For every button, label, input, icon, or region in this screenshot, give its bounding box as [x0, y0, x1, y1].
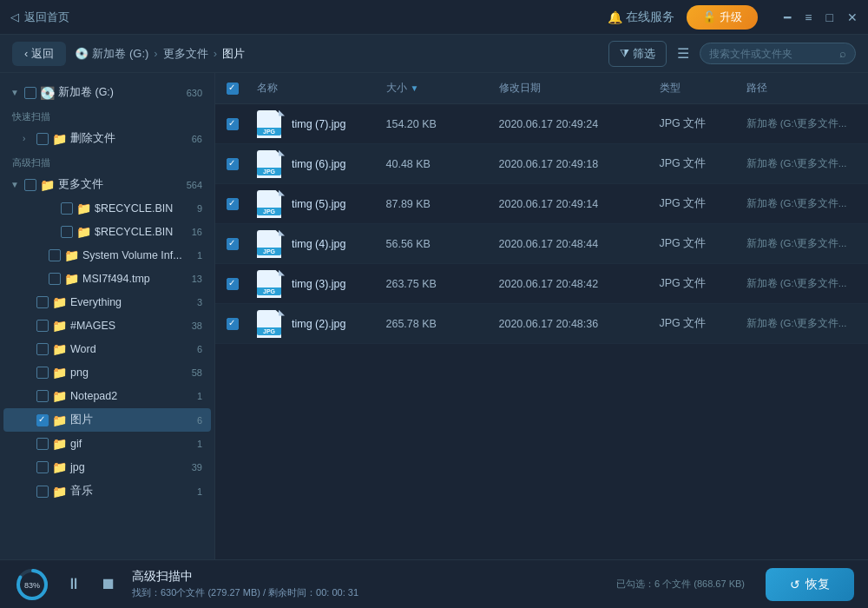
file-checkbox-1[interactable] — [227, 158, 239, 170]
item-checkbox-0[interactable] — [61, 202, 73, 215]
breadcrumb-part-1[interactable]: 新加卷 (G:) — [92, 46, 148, 62]
row-check-5[interactable] — [215, 318, 250, 330]
list-view-button[interactable]: ☰ — [674, 42, 693, 65]
file-checkbox-3[interactable] — [227, 238, 239, 250]
item-checkbox-5[interactable] — [36, 320, 49, 332]
folder-icon-5: 📁 — [52, 319, 67, 333]
table-row[interactable]: JPG timg (5).jpg 87.89 KB 2020.06.17 20:… — [215, 184, 868, 224]
item-count-7: 58 — [192, 367, 202, 378]
bottom-status: 已勾选：6 个文件 (868.67 KB) — [616, 578, 745, 591]
item-name-9: 图片 — [70, 413, 93, 427]
th-name[interactable]: 名称 — [250, 81, 379, 96]
file-checkbox-2[interactable] — [227, 198, 239, 210]
item-checkbox-11[interactable] — [36, 461, 49, 473]
sidebar-item-10[interactable]: 📁 gif 1 — [3, 433, 211, 455]
row-check-2[interactable] — [215, 198, 250, 210]
pause-button[interactable]: ⏸ — [62, 572, 85, 597]
sidebar-item-3[interactable]: 📁 MSI7f494.tmp 13 — [3, 268, 211, 290]
row-path-3: 新加卷 (G:\更多文件... — [740, 237, 869, 250]
close-button[interactable]: ✕ — [847, 10, 858, 24]
row-check-1[interactable] — [215, 158, 250, 170]
drive-count: 630 — [187, 88, 202, 98]
sidebar-item-7[interactable]: 📁 png 58 — [3, 361, 211, 384]
file-checkbox-0[interactable] — [227, 118, 239, 130]
menu-button[interactable]: ≡ — [805, 10, 812, 24]
sidebar-item-4[interactable]: 📁 Everything 3 — [3, 291, 211, 314]
file-name-4: timg (3).jpg — [292, 278, 346, 290]
sidebar-item-0[interactable]: 📁 $RECYCLE.BIN 9 — [3, 197, 211, 220]
sort-arrow-icon[interactable]: ▼ — [411, 83, 419, 93]
item-checkbox-9[interactable] — [36, 414, 49, 426]
minimize-button[interactable]: ━ — [784, 10, 791, 24]
table-row[interactable]: JPG timg (3).jpg 263.75 KB 2020.06.17 20… — [215, 264, 868, 304]
breadcrumb-sep-1: › — [154, 47, 157, 60]
table-row[interactable]: JPG timg (4).jpg 56.56 KB 2020.06.17 20:… — [215, 224, 868, 264]
lock-icon: 🔓 — [702, 10, 716, 23]
sidebar-item-8[interactable]: 📁 Notepad2 1 — [3, 385, 211, 407]
progress-percent: 83 — [24, 581, 33, 590]
nav-right: ⧩ 筛选 ☰ ⌕ — [608, 41, 856, 67]
row-check-3[interactable] — [215, 238, 250, 250]
folder-icon-2: 📁 — [64, 248, 79, 262]
progress-circle: 83% — [14, 566, 50, 603]
sidebar-item-1[interactable]: 📁 $RECYCLE.BIN 16 — [3, 221, 211, 243]
more-files-checkbox[interactable] — [24, 179, 36, 191]
item-count-2: 1 — [197, 250, 202, 261]
breadcrumb-part-3[interactable]: 图片 — [222, 46, 245, 62]
th-date[interactable]: 修改日期 — [492, 81, 653, 96]
online-service-label: 在线服务 — [626, 10, 674, 25]
back-button[interactable]: ‹ 返回 — [12, 42, 66, 66]
online-service-button[interactable]: 🔔 在线服务 — [608, 10, 674, 25]
item-checkbox-6[interactable] — [36, 343, 49, 355]
delete-checkbox[interactable] — [36, 133, 49, 145]
sidebar-item-delete[interactable]: › 📁 删除文件 66 — [3, 127, 211, 150]
drive-checkbox[interactable] — [24, 87, 36, 99]
sidebar-item-12[interactable]: 📁 音乐 1 — [3, 479, 211, 503]
sidebar-item-more-files[interactable]: ▼ 📁 更多文件 564 — [3, 173, 211, 196]
sidebar-item-6[interactable]: 📁 Word 6 — [3, 338, 211, 360]
item-name-12: 音乐 — [70, 484, 93, 499]
filter-button[interactable]: ⧩ 筛选 — [608, 41, 667, 67]
sidebar-item-drive[interactable]: ▼ 💽 新加卷 (G:) 630 — [3, 81, 211, 104]
item-checkbox-12[interactable] — [36, 486, 49, 498]
file-checkbox-5[interactable] — [227, 318, 239, 330]
header-checkbox[interactable] — [227, 83, 239, 95]
item-name-11: jpg — [70, 461, 85, 473]
item-checkbox-7[interactable] — [36, 367, 49, 379]
item-checkbox-1[interactable] — [61, 226, 73, 238]
th-type[interactable]: 类型 — [653, 81, 740, 96]
row-check-4[interactable] — [215, 278, 250, 290]
item-name-7: png — [70, 367, 89, 379]
sidebar-item-11[interactable]: 📁 jpg 39 — [3, 456, 211, 479]
row-type-1: JPG 文件 — [653, 156, 740, 171]
item-checkbox-3[interactable] — [49, 273, 61, 285]
table-row[interactable]: JPG timg (7).jpg 154.20 KB 2020.06.17 20… — [215, 104, 868, 144]
item-checkbox-2[interactable] — [49, 249, 61, 261]
sidebar-item-5[interactable]: 📁 #MAGES 38 — [3, 314, 211, 337]
file-icon-0: JPG — [257, 110, 285, 138]
back-home-label[interactable]: 返回首页 — [24, 10, 69, 25]
stop-button[interactable]: ⏹ — [97, 572, 120, 597]
th-path[interactable]: 路径 — [740, 81, 869, 96]
table-row[interactable]: JPG timg (6).jpg 40.48 KB 2020.06.17 20:… — [215, 144, 868, 184]
search-input[interactable] — [709, 48, 834, 60]
row-check-0[interactable] — [215, 118, 250, 130]
item-checkbox-10[interactable] — [36, 438, 49, 450]
file-checkbox-4[interactable] — [227, 278, 239, 290]
breadcrumb-part-2[interactable]: 更多文件 — [163, 46, 208, 62]
maximize-button[interactable]: □ — [826, 10, 833, 24]
filter-icon: ⧩ — [620, 47, 629, 61]
file-icon-4: JPG — [257, 270, 285, 298]
sidebar-item-9[interactable]: 📁 图片 6 — [3, 408, 211, 432]
upgrade-button[interactable]: 🔓 升级 — [687, 5, 758, 30]
back-arrow-icon: ‹ — [24, 47, 28, 60]
search-box: ⌕ — [700, 43, 856, 64]
item-checkbox-4[interactable] — [36, 296, 49, 308]
filter-label: 筛选 — [633, 46, 655, 62]
search-icon[interactable]: ⌕ — [839, 47, 846, 60]
row-name-0: JPG timg (7).jpg — [250, 110, 379, 138]
item-checkbox-8[interactable] — [36, 390, 49, 402]
restore-button[interactable]: ↺ 恢复 — [766, 568, 854, 601]
sidebar-item-2[interactable]: 📁 System Volume Inf... 1 — [3, 244, 211, 267]
table-row[interactable]: JPG timg (2).jpg 265.78 KB 2020.06.17 20… — [215, 304, 868, 344]
